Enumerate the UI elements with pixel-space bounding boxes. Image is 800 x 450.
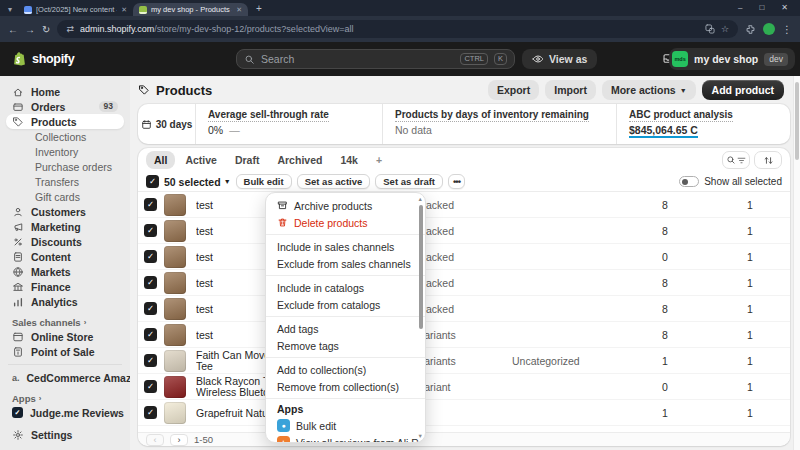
sidebar-item-gift-cards[interactable]: Gift cards [6,189,124,204]
sidebar-item-judgeme[interactable]: ✓ Judge.me Reviews [6,405,124,420]
search-filter-button[interactable] [722,151,750,169]
site-settings-icon[interactable]: ⇄ [66,24,74,34]
page-scrollbar-thumb[interactable] [795,82,799,160]
tab-all[interactable]: All [146,151,175,169]
menu-item-remove-tags[interactable]: Remove tags [266,337,425,354]
more-bulk-actions-button[interactable]: ••• [448,174,465,189]
tab-search-icon[interactable]: ▾ [8,5,12,14]
sidebar-item-orders[interactable]: Orders 93 [6,99,124,114]
sales-channels-header[interactable]: Sales channels › [6,316,124,329]
sidebar-item-marketing[interactable]: Marketing [6,219,124,234]
menu-scrollbar-thumb[interactable] [419,205,423,329]
tab-close-icon[interactable]: ✕ [236,6,242,14]
window-close-icon[interactable]: ✕ [781,0,788,16]
row-checkbox[interactable]: ✓ [144,198,157,211]
next-page-button[interactable]: › [170,434,188,446]
sidebar-item-inventory[interactable]: Inventory [6,144,124,159]
sidebar-item-content[interactable]: Content [6,249,124,264]
extensions-icon[interactable] [745,24,756,35]
window-maximize-icon[interactable]: □ [759,0,764,16]
table-row[interactable]: ✓ Black Raycon The Everyda Wireless Blue… [138,374,790,400]
view-as-button[interactable]: View as [522,49,597,69]
url-bar[interactable]: ⇄ admin.shopify.com/store/my-dev-shop-12… [57,20,738,38]
browser-profile-avatar[interactable] [763,23,775,35]
browser-menu-icon[interactable]: ⋮ [782,24,792,35]
prev-page-button[interactable]: ‹ [146,434,164,446]
row-checkbox[interactable]: ✓ [144,250,157,263]
menu-item-delete-products[interactable]: Delete products [266,214,425,231]
import-button[interactable]: Import [545,80,596,100]
sidebar-item-cedcommerce[interactable]: a. CedCommerce Amaz... [6,370,124,385]
sidebar-item-point-of-sale[interactable]: Point of Sale [6,344,124,359]
table-row[interactable]: ✓ test Inventory not tracked 8 1 [138,296,790,322]
menu-item-exclude-catalogs[interactable]: Exclude from catalogs [266,296,425,313]
page-scrollbar[interactable] [793,76,800,450]
menu-item-remove-from-collections[interactable]: Remove from collection(s) [266,378,425,395]
sidebar-item-settings[interactable]: Settings [6,427,124,442]
menu-item-exclude-sales-channels[interactable]: Exclude from sales channels [266,255,425,272]
sidebar-item-markets[interactable]: Markets [6,264,124,279]
url-text[interactable]: admin.shopify.com/store/my-dev-shop-12/p… [80,24,699,34]
sidebar-item-finance[interactable]: Finance [6,279,124,294]
reload-icon[interactable]: ↻ [42,24,50,35]
sidebar-item-products[interactable]: Products [6,114,124,129]
table-row[interactable]: ✓ test Inventory not tracked 8 1 [138,192,790,218]
menu-item-include-sales-channels[interactable]: Include in sales channels [266,238,425,255]
sidebar-item-online-store[interactable]: Online Store [6,329,124,344]
sidebar-item-collections[interactable]: Collections [6,129,124,144]
sidebar-item-home[interactable]: Home [6,84,124,99]
metric-sell-through[interactable]: Average sell-through rate 0%— [196,104,382,144]
row-checkbox[interactable]: ✓ [144,302,157,315]
add-view-button[interactable]: + [368,151,390,169]
forward-icon[interactable]: → [25,24,35,35]
metric-inventory-days[interactable]: Products by days of inventory remaining … [382,104,616,144]
window-minimize-icon[interactable]: – [738,0,742,16]
global-search-input[interactable]: Search CTRL K [236,49,515,69]
menu-item-archive-products[interactable]: Archive products [266,197,425,214]
bookmark-star-icon[interactable]: ☆ [721,24,729,34]
row-checkbox[interactable]: ✓ [144,406,157,419]
back-icon[interactable]: ← [8,24,18,35]
sidebar-item-transfers[interactable]: Transfers [6,174,124,189]
selected-count[interactable]: 50 selected ▼ [164,176,231,188]
sidebar-item-discounts[interactable]: Discounts [6,234,124,249]
more-actions-button[interactable]: More actions ▼ [602,80,696,100]
sidebar-item-purchase-orders[interactable]: Purchase orders [6,159,124,174]
row-checkbox[interactable]: ✓ [144,354,157,367]
menu-item-add-to-collections[interactable]: Add to collection(s) [266,361,425,378]
tab-archived[interactable]: Archived [269,151,330,169]
table-row[interactable]: ✓ Faith Can Move Mountains Tee In stock … [138,348,790,374]
add-product-button[interactable]: Add product [702,80,784,100]
row-checkbox[interactable]: ✓ [144,328,157,341]
select-all-checkbox[interactable]: ✓ [146,175,159,188]
new-tab-button[interactable]: + [256,3,262,14]
table-row[interactable]: ✓ Grapefruit Natural Bath Sa 1 1 [138,400,790,426]
translate-icon[interactable] [705,24,715,34]
tab-draft[interactable]: Draft [227,151,268,169]
export-button[interactable]: Export [488,80,539,100]
shopify-logo[interactable]: shopify [12,51,74,67]
apps-header[interactable]: Apps › [6,392,124,405]
row-checkbox[interactable]: ✓ [144,276,157,289]
menu-scroll-up-icon[interactable]: ▲ [418,196,423,202]
table-row[interactable]: ✓ test In stock for 4 variants 8 1 [138,322,790,348]
sidebar-item-customers[interactable]: Customers [6,204,124,219]
show-all-toggle[interactable] [679,176,699,187]
menu-item-ali-reviews[interactable]: ★ View all reviews from Ali Reviews [266,434,425,443]
table-row[interactable]: ✓ test Inventory not tracked 0 1 [138,244,790,270]
sidebar-item-analytics[interactable]: Analytics [6,294,124,309]
tab-active[interactable]: Active [177,151,225,169]
tab-14k[interactable]: 14k [332,151,366,169]
sort-button[interactable] [754,151,782,169]
bulk-edit-button[interactable]: Bulk edit [236,174,292,189]
tab-close-icon[interactable]: ✕ [121,6,127,14]
date-range-selector[interactable]: 30 days [138,104,196,144]
set-as-draft-button[interactable]: Set as draft [375,174,443,189]
menu-item-bulk-edit-app[interactable]: ● Bulk edit [266,417,425,434]
table-row[interactable]: ✓ test Inventory not tracked 8 1 [138,218,790,244]
menu-item-include-catalogs[interactable]: Include in catalogs [266,279,425,296]
menu-scroll-down-icon[interactable]: ▼ [418,433,423,439]
store-profile-button[interactable]: mds my dev shop dev [669,48,795,70]
table-row[interactable]: ✓ test Inventory not tracked 8 1 [138,270,790,296]
metric-abc-analysis[interactable]: ABC product analysis $845,064.65 C [616,104,790,144]
